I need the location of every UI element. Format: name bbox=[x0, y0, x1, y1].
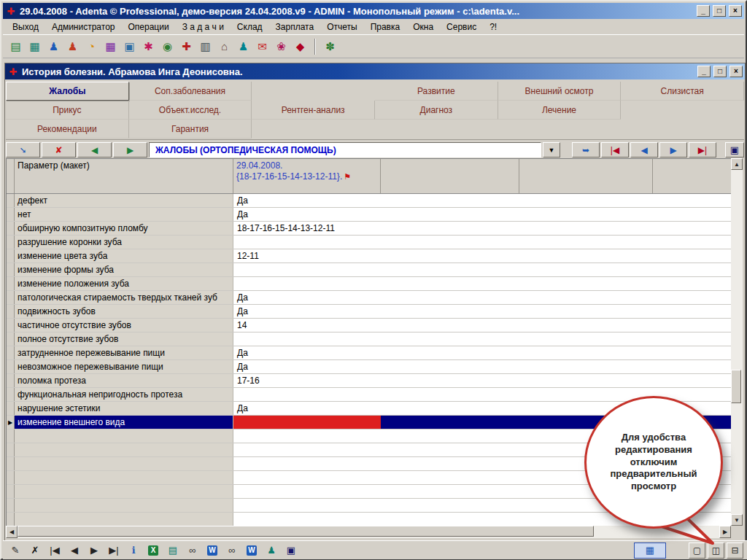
menu-item[interactable]: Склад bbox=[231, 20, 269, 34]
tree-view-button[interactable]: ▤ bbox=[164, 543, 182, 558]
tab-diagnoz[interactable]: Диагноз bbox=[375, 101, 498, 120]
menu-item[interactable]: Отчеты bbox=[320, 20, 363, 34]
param-cell[interactable]: полное отсутствие зубов bbox=[15, 332, 233, 346]
next-record-button[interactable]: ▶ bbox=[659, 142, 687, 158]
param-cell[interactable]: поломка протеза bbox=[15, 374, 233, 387]
menu-item[interactable]: Сервис bbox=[440, 20, 483, 34]
vertical-scroll-track[interactable] bbox=[731, 170, 743, 514]
param-cell[interactable]: подвижность зубов bbox=[15, 305, 233, 318]
word-export-button[interactable]: W bbox=[204, 543, 221, 558]
param-cell[interactable]: дефект bbox=[15, 194, 233, 207]
prev-record-button[interactable]: ◀ bbox=[630, 142, 658, 158]
tab-garantiya[interactable]: Гарантия bbox=[129, 120, 252, 139]
value-cell[interactable]: Да bbox=[233, 402, 381, 415]
next-template-button[interactable]: ▶ bbox=[113, 142, 147, 158]
search-word-button[interactable]: ∞ bbox=[184, 543, 201, 558]
word-template-button[interactable]: W bbox=[243, 543, 260, 558]
last-row-button[interactable]: ▶| bbox=[105, 543, 123, 558]
value-cell[interactable]: Да bbox=[233, 346, 381, 359]
value-cell[interactable]: 12-11 bbox=[233, 249, 381, 262]
payments-button[interactable]: ◉ bbox=[158, 37, 177, 55]
menu-item[interactable]: Операции bbox=[121, 20, 175, 34]
table-row[interactable]: обширную композитную пломбу18-17-16-15-1… bbox=[7, 222, 731, 236]
value-cell[interactable] bbox=[233, 388, 381, 401]
param-cell[interactable] bbox=[15, 457, 233, 470]
value-cell[interactable]: 14 bbox=[233, 319, 381, 332]
value-cell[interactable]: Да bbox=[233, 208, 381, 221]
param-cell[interactable] bbox=[15, 513, 233, 526]
param-cell[interactable]: изменение внешнего вида bbox=[15, 416, 233, 429]
value-cell[interactable] bbox=[233, 429, 381, 443]
clock-button[interactable]: ◔ bbox=[82, 37, 101, 55]
param-cell[interactable] bbox=[15, 485, 233, 498]
param-cell[interactable] bbox=[15, 499, 233, 512]
table-row[interactable]: функциональная непригодность протеза bbox=[7, 388, 731, 402]
menu-item[interactable]: Зарплата bbox=[269, 20, 321, 34]
card-index-button[interactable]: ▣ bbox=[120, 37, 139, 55]
table-row[interactable]: изменение формы зуба bbox=[7, 263, 731, 277]
tab-rekomendatsii[interactable]: Рекомендации bbox=[6, 120, 129, 139]
value-cell[interactable] bbox=[233, 457, 381, 470]
preview-band-button[interactable]: ⊟ bbox=[727, 542, 743, 559]
value-cell[interactable] bbox=[233, 485, 381, 498]
table-row[interactable]: дефектДа bbox=[7, 194, 731, 208]
param-cell[interactable] bbox=[15, 471, 233, 484]
tab-slizistaya[interactable]: Слизистая bbox=[621, 82, 744, 101]
new-document-button[interactable]: ✚ bbox=[177, 37, 196, 55]
open-record-button[interactable]: ➥ bbox=[572, 142, 600, 158]
services-button[interactable]: ✱ bbox=[139, 37, 158, 55]
doctors-button[interactable]: ♟ bbox=[63, 37, 82, 55]
info-button[interactable]: ℹ bbox=[125, 543, 142, 558]
first-record-button[interactable]: |◀ bbox=[601, 142, 629, 158]
tab-vneshniy-osmotr[interactable]: Внешний осмотр bbox=[498, 82, 622, 101]
prev-row-button[interactable]: ◀ bbox=[66, 543, 83, 558]
save-grid-button[interactable]: ▣ bbox=[282, 543, 300, 558]
table-row[interactable]: затрудненное пережевывание пищиДа bbox=[7, 346, 731, 360]
menu-item[interactable]: Окна bbox=[406, 20, 440, 34]
barcode-button[interactable]: ▥ bbox=[196, 37, 214, 55]
first-row-button[interactable]: |◀ bbox=[46, 543, 63, 558]
value-cell[interactable] bbox=[233, 332, 381, 346]
scroll-down-button[interactable]: ▼ bbox=[731, 514, 743, 526]
organizations-button[interactable]: ⌂ bbox=[215, 37, 233, 55]
tab-rentgen-analiz[interactable]: Рентген-анализ bbox=[252, 101, 375, 120]
delete-record-button[interactable]: ✗ bbox=[26, 543, 44, 558]
param-cell[interactable]: затрудненное пережевывание пищи bbox=[15, 346, 233, 359]
value-cell[interactable] bbox=[233, 499, 381, 512]
param-cell[interactable]: нет bbox=[15, 208, 233, 221]
staff-button[interactable]: ♟ bbox=[234, 37, 252, 55]
tab-prikus[interactable]: Прикус bbox=[6, 101, 129, 120]
value-cell[interactable] bbox=[233, 443, 381, 456]
excel-export-button[interactable]: X bbox=[144, 543, 162, 558]
param-cell[interactable]: изменение формы зуба bbox=[15, 263, 233, 276]
maximize-button[interactable]: □ bbox=[713, 5, 726, 17]
value-cell[interactable]: Да bbox=[233, 194, 381, 207]
param-cell[interactable]: нарушение эстетики bbox=[15, 402, 233, 415]
scroll-up-button[interactable]: ▲ bbox=[731, 158, 743, 170]
tab-sop-zabolevaniya[interactable]: Соп.заболевания bbox=[129, 82, 252, 101]
value-cell[interactable] bbox=[233, 416, 381, 429]
card-file-button[interactable]: ▤ bbox=[7, 37, 25, 55]
close-button[interactable]: × bbox=[729, 5, 742, 17]
schedule-button[interactable]: ▦ bbox=[26, 37, 44, 55]
table-row[interactable]: полное отсутствие зубов bbox=[7, 332, 731, 346]
table-row[interactable]: поломка протеза17-16 bbox=[7, 374, 731, 388]
edit-record-button[interactable]: ✎ bbox=[7, 543, 24, 558]
minimize-button[interactable]: _ bbox=[697, 5, 710, 17]
history-restore-button[interactable]: □ bbox=[713, 66, 727, 77]
param-cell[interactable]: частичное отсутствие зубов bbox=[15, 319, 233, 332]
scroll-left-button[interactable]: ◀ bbox=[6, 526, 18, 538]
history-minimize-button[interactable]: _ bbox=[697, 66, 711, 77]
value-cell[interactable]: 18-17-16-15-14-13-12-11 bbox=[233, 222, 381, 235]
table-row[interactable]: изменение положения зуба bbox=[7, 277, 731, 291]
table-row[interactable]: изменение цвета зуба12-11 bbox=[7, 249, 731, 263]
value-cell[interactable]: 17-16 bbox=[233, 374, 381, 387]
next-row-button[interactable]: ▶ bbox=[85, 543, 103, 558]
param-cell[interactable]: невозможное пережевывание пищи bbox=[15, 360, 233, 373]
param-cell[interactable]: изменение цвета зуба bbox=[15, 249, 233, 262]
value-cell[interactable]: Да bbox=[233, 291, 381, 304]
value-cell[interactable] bbox=[233, 513, 381, 526]
menu-item[interactable]: Выход bbox=[6, 20, 45, 34]
vertical-scroll-thumb[interactable] bbox=[731, 370, 741, 403]
tab-obyekt-issled[interactable]: Объект.исслед. bbox=[129, 101, 252, 120]
